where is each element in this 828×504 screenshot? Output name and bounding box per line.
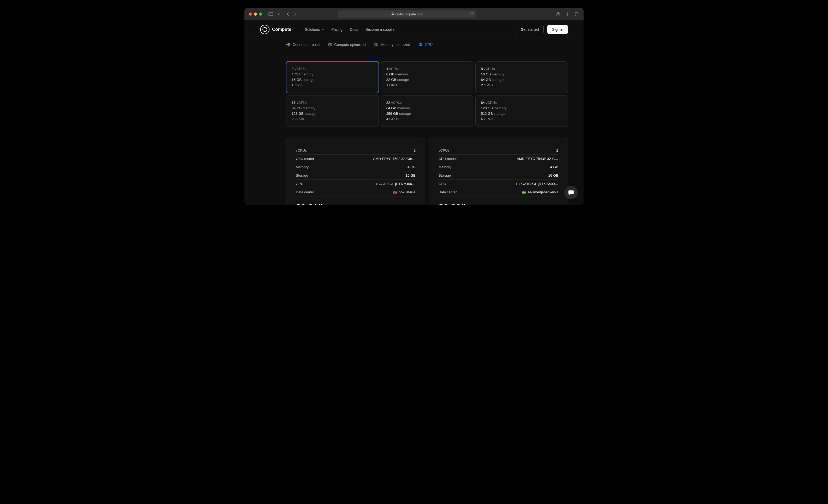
lock-icon [391,12,394,16]
svg-rect-18 [522,193,526,193]
offer-card[interactable]: vCPUs2 CPU modelAMD EPYC 7543P 32-C… Mem… [429,138,568,205]
chevron-down-icon [321,29,324,30]
main-nav: Solutions Pricing Docs Become a supplier [305,28,396,32]
svg-rect-15 [393,193,397,193]
reload-icon[interactable] [470,12,474,16]
browser-window: cudocompute.com Compute Solutions [244,8,584,205]
chat-icon [568,190,574,195]
chat-button[interactable] [564,186,578,199]
new-tab-icon[interactable] [566,12,570,16]
config-card[interactable]: 16 vCPUs 32 GB memory 128 GB storage 2 G… [286,95,379,127]
nav-pricing[interactable]: Pricing [331,28,342,32]
nav-docs[interactable]: Docs [350,28,358,32]
minimize-window[interactable] [254,12,257,16]
config-card[interactable]: 4 vCPUs 8 GB memory 32 GB storage 1 GPU [381,61,473,93]
sign-in-button[interactable]: Sign in [547,25,568,34]
tab-gpu[interactable]: GPU [418,39,432,50]
svg-point-10 [420,44,422,45]
category-tabs: General purpose Compute optimized Memory… [244,39,584,50]
offer-price: $0.31/hr [296,202,416,205]
cpu-icon [328,43,332,47]
offer-price: $0.32/hr [439,202,558,205]
config-grid: 2 vCPUs 4 GB memory 16 GB storage 1 GPU … [286,61,568,127]
close-window[interactable] [249,12,252,16]
url-text: cudocompute.com [396,12,423,16]
brand-name: Compute [272,27,291,32]
svg-rect-8 [374,44,378,45]
sidebar-toggle-icon[interactable] [268,12,273,16]
nav-supplier[interactable]: Become a supplier [366,28,396,32]
offers-grid: vCPUs2 CPU modelAMD EPYC 7502 32-Cor… Me… [286,138,568,205]
svg-rect-0 [269,12,273,16]
tab-memory-optimized[interactable]: Memory optimized [374,39,410,50]
back-button[interactable] [286,12,289,16]
globe-icon [286,43,290,47]
svg-rect-7 [329,44,331,45]
chevron-down-icon[interactable] [277,13,280,15]
site-header: Compute Solutions Pricing Docs Become a … [244,20,584,39]
brand-logo-icon [260,25,270,34]
svg-rect-6 [329,43,331,46]
memory-icon [374,43,378,47]
svg-rect-4 [576,13,579,16]
tab-compute-optimized[interactable]: Compute optimized [328,39,366,50]
flag-icon [393,191,397,194]
flag-icon [522,191,526,194]
browser-toolbar: cudocompute.com [244,8,584,20]
config-card[interactable]: 64 vCPUs 128 GB memory 512 GB storage 4 … [475,95,568,127]
page-content: Compute Solutions Pricing Docs Become a … [244,20,584,205]
config-card[interactable]: 8 vCPUs 16 GB memory 64 GB storage 2 GPU… [475,61,568,93]
offer-card[interactable]: vCPUs2 CPU modelAMD EPYC 7502 32-Cor… Me… [286,138,425,205]
get-started-button[interactable]: Get started [516,25,544,34]
gpu-icon [418,43,423,47]
svg-rect-2 [391,13,394,15]
share-icon[interactable] [556,12,561,16]
traffic-lights [249,12,262,16]
url-bar[interactable]: cudocompute.com [338,10,477,18]
nav-solutions[interactable]: Solutions [305,28,324,32]
tabs-icon[interactable] [575,12,579,16]
config-card[interactable]: 2 vCPUs 4 GB memory 16 GB storage 1 GPU [286,61,379,93]
maximize-window[interactable] [259,12,262,16]
forward-button[interactable] [293,12,297,16]
tab-general-purpose[interactable]: General purpose [286,39,320,50]
config-card[interactable]: 32 vCPUs 64 GB memory 256 GB storage 4 G… [381,95,473,127]
brand[interactable]: Compute [260,25,291,34]
